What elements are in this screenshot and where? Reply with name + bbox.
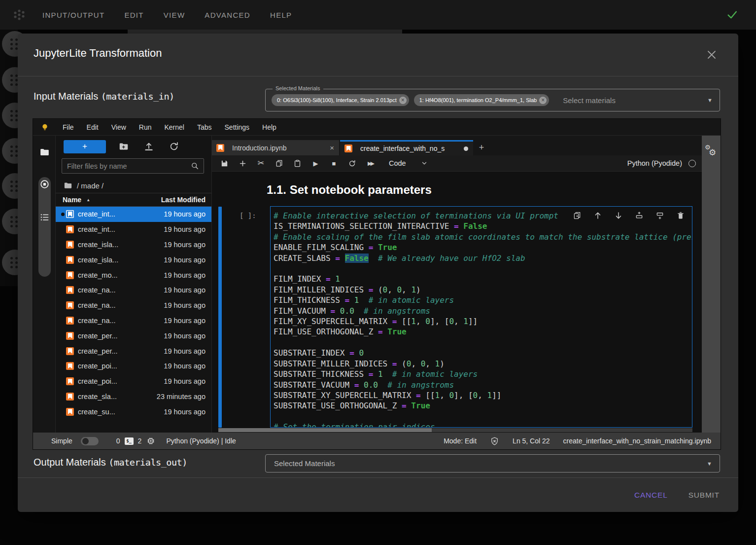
- new-launcher-button[interactable]: +: [64, 140, 106, 153]
- editor-mode[interactable]: Mode: Edit: [444, 437, 477, 445]
- file-row[interactable]: create_isla...19 hours ago: [56, 237, 211, 253]
- file-row[interactable]: create_na...19 hours ago: [56, 298, 211, 313]
- cell-type-select[interactable]: Code: [389, 159, 428, 167]
- sidebar-scrollbar[interactable]: [38, 177, 51, 277]
- jlab-menu-edit[interactable]: Edit: [80, 123, 105, 131]
- move-cell-up-icon[interactable]: [593, 211, 602, 220]
- stop-icon[interactable]: ■: [327, 158, 341, 169]
- bookmark-glyph: [68, 257, 72, 262]
- file-row[interactable]: create_na...19 hours ago: [56, 313, 211, 328]
- delete-cell-icon[interactable]: [676, 211, 685, 220]
- file-row[interactable]: create_per...19 hours ago: [56, 343, 211, 359]
- terminal-icon[interactable]: $_: [125, 437, 134, 445]
- kernel-chip-icon[interactable]: [146, 436, 155, 445]
- horizontal-scrollbar[interactable]: [218, 428, 692, 432]
- file-row[interactable]: create_per...19 hours ago: [56, 328, 211, 343]
- cancel-button[interactable]: CANCEL: [634, 491, 668, 500]
- file-browser-icon[interactable]: [39, 147, 50, 157]
- chip-delete-icon[interactable]: ×: [539, 97, 547, 104]
- column-header-name[interactable]: Name ▲: [63, 196, 90, 204]
- table-of-contents-icon[interactable]: [39, 212, 50, 222]
- tab-introduction[interactable]: Introduction.ipynb ×: [212, 140, 340, 155]
- scrollbar-thumb[interactable]: [218, 428, 432, 432]
- jlab-menu-run[interactable]: Run: [133, 123, 158, 131]
- copy-icon[interactable]: [273, 158, 286, 169]
- chevron-down-icon[interactable]: ▼: [707, 97, 713, 103]
- code-editor[interactable]: # Enable interactive selection of termin…: [270, 206, 692, 428]
- property-inspector-icon[interactable]: ⚙ ⚙: [705, 145, 718, 158]
- column-header-modified[interactable]: Last Modified: [161, 196, 206, 204]
- jlab-menu-tabs[interactable]: Tabs: [191, 123, 218, 131]
- app-menu-edit[interactable]: EDIT: [124, 11, 143, 19]
- paste-icon[interactable]: [291, 158, 304, 169]
- tab-close-icon[interactable]: ×: [330, 144, 334, 152]
- file-row[interactable]: create_int...19 hours ago: [56, 222, 211, 237]
- material-chip[interactable]: 1: Hf4O8(001), termination O2_P4/mmm_1, …: [414, 94, 549, 106]
- status-bar-right: Mode: Edit Ln 5, Col 22 create_interface…: [444, 436, 711, 446]
- file-row[interactable]: create_su...19 hours ago: [56, 404, 211, 419]
- code-line: # Enable scaling of the film slab atomic…: [274, 232, 692, 242]
- running-sessions-icon[interactable]: [39, 179, 50, 189]
- file-row[interactable]: create_na...19 hours ago: [56, 283, 211, 298]
- new-tab-button[interactable]: +: [473, 140, 490, 155]
- active-filename[interactable]: create_interface_with_no_strain_matching…: [563, 437, 711, 445]
- move-cell-down-icon[interactable]: [614, 211, 623, 220]
- file-row[interactable]: create_mo...19 hours ago: [56, 267, 211, 283]
- cell-collapser[interactable]: [218, 207, 222, 428]
- insert-cell-above-icon[interactable]: [635, 211, 644, 220]
- jlab-menu-help[interactable]: Help: [256, 123, 283, 131]
- add-cell-icon[interactable]: [236, 158, 249, 169]
- jlab-menu-file[interactable]: File: [56, 123, 80, 131]
- lightbulb-icon[interactable]: [39, 122, 50, 133]
- jlab-menu-kernel[interactable]: Kernel: [158, 123, 190, 131]
- simple-mode-toggle[interactable]: [81, 437, 99, 445]
- refresh-icon[interactable]: [169, 141, 179, 152]
- close-icon[interactable]: [706, 49, 718, 61]
- save-icon[interactable]: [218, 158, 231, 169]
- file-name: create_na...: [78, 317, 116, 325]
- notebook-file-icon: [216, 144, 224, 152]
- select-materials-placeholder[interactable]: Select materials: [563, 96, 616, 105]
- tab-create-interface[interactable]: create_interface_with_no_s: [340, 140, 473, 155]
- restart-run-all-icon[interactable]: ▶▶: [364, 158, 377, 169]
- kernel-count[interactable]: 2: [138, 437, 142, 445]
- kernel-picker[interactable]: Python (Pyodide): [627, 159, 696, 167]
- trust-shield-icon[interactable]: [490, 436, 499, 446]
- app-bar: INPUT/OUTPUTEDITVIEWADVANCEDHELP: [0, 0, 756, 30]
- terminal-count[interactable]: 0: [116, 437, 120, 445]
- jupyterlab-menus: FileEditViewRunKernelTabsSettingsHelp: [56, 123, 283, 131]
- app-menu-view[interactable]: VIEW: [164, 11, 185, 19]
- file-row[interactable]: create_int...19 hours ago: [56, 207, 211, 222]
- jlab-menu-settings[interactable]: Settings: [218, 123, 256, 131]
- jlab-menu-view[interactable]: View: [105, 123, 133, 131]
- file-row[interactable]: create_isla...19 hours ago: [56, 252, 211, 267]
- insert-cell-below-icon[interactable]: [655, 211, 664, 220]
- file-modified: 19 hours ago: [164, 332, 206, 340]
- file-row[interactable]: create_poi...19 hours ago: [56, 359, 211, 374]
- app-menus: INPUT/OUTPUTEDITVIEWADVANCEDHELP: [42, 11, 292, 19]
- search-icon[interactable]: [191, 162, 199, 170]
- notebook-content[interactable]: 1.1. Set notebook parameters [ ]: # Enab…: [212, 172, 702, 433]
- app-menu-input-output[interactable]: INPUT/OUTPUT: [42, 11, 104, 19]
- run-icon[interactable]: ▶: [309, 158, 322, 169]
- selected-materials-field[interactable]: Selected Materials 0: O6Si3(100)-Si8(100…: [265, 89, 720, 111]
- cursor-position[interactable]: Ln 5, Col 22: [513, 437, 550, 445]
- breadcrumb[interactable]: / made /: [56, 178, 211, 193]
- material-chip[interactable]: 0: O6Si3(100)-Si8(100), Interface, Strai…: [272, 94, 409, 106]
- submit-button[interactable]: SUBMIT: [688, 491, 720, 500]
- new-folder-icon[interactable]: [118, 141, 129, 152]
- output-materials-select[interactable]: Selected Materials ▼: [265, 454, 720, 472]
- duplicate-cell-icon[interactable]: [573, 211, 582, 220]
- app-menu-help[interactable]: HELP: [270, 11, 292, 19]
- code-line: FILM_MILLER_INDICES = (0, 0, 1): [274, 285, 692, 295]
- restart-kernel-icon[interactable]: [345, 158, 359, 169]
- file-row[interactable]: create_sla...23 minutes ago: [56, 389, 211, 404]
- file-row[interactable]: create_poi...19 hours ago: [56, 374, 211, 389]
- upload-icon[interactable]: [143, 141, 154, 152]
- cut-icon[interactable]: ✂: [254, 158, 268, 169]
- grip-dots-icon: [10, 38, 13, 41]
- filter-files-input[interactable]: [67, 162, 191, 170]
- kernel-status-text[interactable]: Python (Pyodide) | Idle: [166, 437, 236, 445]
- app-menu-advanced[interactable]: ADVANCED: [205, 11, 250, 19]
- chip-delete-icon[interactable]: ×: [399, 97, 407, 104]
